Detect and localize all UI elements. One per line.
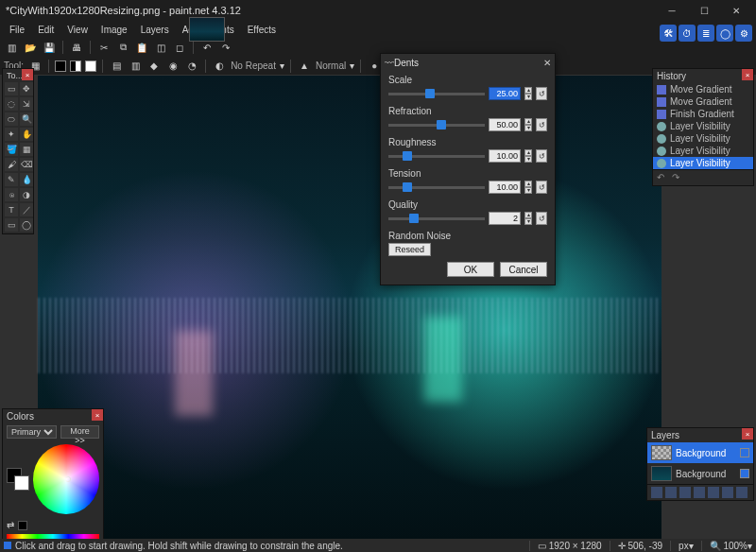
slider-4[interactable] (388, 217, 485, 220)
history-undo-icon[interactable]: ↶ (657, 172, 668, 183)
color-mode-icon[interactable]: ◐ (212, 59, 227, 74)
canvas[interactable] (38, 76, 662, 539)
value-4[interactable]: 2 (489, 212, 521, 225)
layers-close-button[interactable]: × (742, 428, 753, 440)
repeat-label[interactable]: No Repeat (231, 60, 276, 71)
blend-label[interactable]: Normal (316, 60, 346, 71)
cancel-button[interactable]: Cancel (500, 262, 547, 277)
history-item[interactable]: Move Gradient (653, 95, 753, 108)
reset-4[interactable]: ↺ (536, 212, 547, 225)
color-channel-select[interactable]: Primary (7, 425, 57, 439)
history-item[interactable]: Finish Gradient (653, 108, 753, 120)
history-item[interactable]: Layer Visibility (653, 132, 753, 145)
more-button[interactable]: More >> (60, 425, 99, 439)
crop-icon[interactable]: ◫ (153, 40, 168, 55)
minimize-button[interactable]: ─ (656, 0, 688, 21)
new-icon[interactable]: ▥ (4, 40, 19, 55)
menu-image[interactable]: Image (95, 23, 133, 37)
reset-0[interactable]: ↺ (536, 87, 547, 100)
zoom-tool[interactable]: 🔍 (20, 112, 33, 126)
panel-settings-icon[interactable]: ⚙ (735, 25, 752, 42)
history-item[interactable]: Layer Visibility (653, 145, 753, 157)
reset-3[interactable]: ↺ (536, 181, 547, 194)
gradient-tool[interactable]: ▦ (20, 143, 33, 156)
fill-tool[interactable]: 🪣 (5, 143, 18, 156)
spinner-3[interactable]: ▴▾ (524, 181, 532, 194)
panel-history-icon[interactable]: ⏱ (679, 25, 696, 42)
cut-icon[interactable]: ✂ (96, 40, 112, 55)
spinner-4[interactable]: ▴▾ (524, 212, 532, 225)
value-3[interactable]: 10.00 (489, 181, 521, 194)
wand-tool[interactable]: ✦ (5, 128, 18, 141)
history-item[interactable]: Move Gradient (653, 83, 753, 95)
reset-2[interactable]: ↺ (536, 149, 547, 163)
status-zoom[interactable]: 100% (723, 541, 747, 551)
history-item[interactable]: Layer Visibility (653, 120, 753, 132)
gradient-radial-icon[interactable]: ◉ (165, 59, 180, 74)
close-button[interactable]: ✕ (720, 0, 752, 21)
paste-icon[interactable]: 📋 (134, 40, 149, 55)
undo-icon[interactable]: ↶ (199, 40, 215, 55)
color-wheel[interactable] (33, 444, 99, 514)
tools-close-button[interactable]: × (22, 69, 33, 80)
spinner-1[interactable]: ▴▾ (524, 118, 532, 131)
panel-colors-icon[interactable]: ◯ (716, 25, 733, 42)
rect-tool[interactable]: ▭ (5, 218, 18, 232)
deselect-icon[interactable]: ◻ (172, 40, 187, 55)
lasso-tool[interactable]: ◌ (5, 97, 18, 111)
picker-tool[interactable]: 💧 (20, 173, 33, 186)
line-tool[interactable]: ／ (20, 203, 33, 216)
brush-tool[interactable]: 🖌 (5, 158, 18, 171)
slider-2[interactable] (388, 155, 485, 158)
swap-colors-icon[interactable]: ⇄ (7, 520, 14, 530)
layer-props-icon[interactable] (736, 487, 747, 498)
ellipse-select-tool[interactable]: ⬭ (5, 112, 18, 126)
shape-fill-3[interactable] (85, 60, 96, 72)
open-icon[interactable]: 📂 (23, 40, 38, 55)
slider-0[interactable] (388, 93, 485, 95)
gradient-conical-icon[interactable]: ◔ (184, 59, 199, 74)
pan-tool[interactable]: ✋ (20, 128, 33, 141)
slider-3[interactable] (388, 186, 485, 189)
print-icon[interactable]: 🖶 (69, 40, 84, 55)
layer-up-icon[interactable] (708, 487, 719, 498)
layer-delete-icon[interactable] (665, 487, 677, 498)
shape-fill-1[interactable] (55, 60, 66, 72)
move-selection-tool[interactable]: ⇲ (20, 97, 33, 111)
pencil-tool[interactable]: ✎ (5, 173, 18, 186)
value-0[interactable]: 25.00 (489, 87, 521, 100)
rect-select-tool[interactable]: ▭ (5, 82, 18, 95)
shape-tool[interactable]: ◯ (20, 218, 33, 232)
bucket-icon[interactable]: ▲ (297, 59, 312, 74)
spinner-2[interactable]: ▴▾ (524, 149, 532, 163)
layer-down-icon[interactable] (722, 487, 733, 498)
menu-file[interactable]: File (4, 23, 30, 37)
gradient-linear-icon[interactable]: ▤ (109, 59, 124, 74)
menu-layers[interactable]: Layers (135, 23, 175, 37)
history-redo-icon[interactable]: ↷ (672, 172, 683, 183)
gradient-reflected-icon[interactable]: ▥ (128, 59, 143, 74)
menu-view[interactable]: View (61, 23, 94, 37)
recolor-tool[interactable]: ◑ (20, 188, 33, 201)
ok-button[interactable]: OK (447, 262, 494, 277)
move-tool[interactable]: ✥ (20, 82, 33, 95)
maximize-button[interactable]: ☐ (688, 0, 720, 21)
gradient-diamond-icon[interactable]: ◆ (146, 59, 162, 74)
reseed-button[interactable]: Reseed (388, 243, 431, 256)
layer-visibility-checkbox[interactable] (740, 469, 749, 478)
layer-add-icon[interactable] (651, 487, 662, 498)
layer-row[interactable]: Background (647, 442, 753, 463)
layer-merge-icon[interactable] (694, 487, 705, 498)
layer-duplicate-icon[interactable] (679, 487, 691, 498)
layer-row[interactable]: Background (647, 463, 753, 484)
document-thumbnail[interactable] (189, 17, 225, 42)
history-item[interactable]: Layer Visibility (653, 157, 753, 169)
eraser-tool[interactable]: ⌫ (20, 158, 33, 171)
status-unit[interactable]: px (670, 541, 689, 551)
value-1[interactable]: 50.00 (489, 118, 521, 131)
panel-tools-icon[interactable]: 🛠 (660, 25, 677, 42)
save-icon[interactable]: 💾 (42, 40, 57, 55)
panel-layers-icon[interactable]: ≣ (697, 25, 714, 42)
clone-tool[interactable]: ⍟ (5, 188, 18, 201)
spinner-0[interactable]: ▴▾ (524, 87, 532, 100)
